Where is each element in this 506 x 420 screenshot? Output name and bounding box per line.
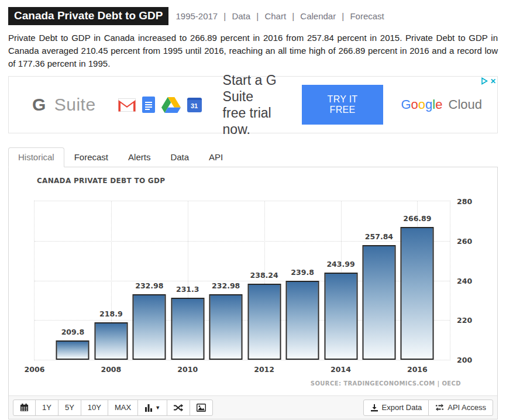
bar[interactable] (362, 245, 395, 360)
ad-banner[interactable]: G Suite 31 Sta (8, 76, 498, 133)
separator: | (342, 11, 344, 21)
api-access-button[interactable]: API Access (428, 400, 493, 416)
chevron-down-icon: ▼ (155, 405, 160, 411)
bar[interactable] (56, 340, 90, 360)
bar[interactable] (133, 294, 166, 360)
x-tick-label: 2016 (407, 365, 428, 374)
x-tick-label: 2012 (254, 365, 274, 374)
bar[interactable] (401, 227, 434, 360)
gsuite-app-icons: 31 (118, 97, 202, 113)
bar-value-label: 231.3 (176, 285, 199, 294)
google-cloud-logo: Google Cloud (401, 97, 482, 112)
google-wordmark: Google (401, 97, 442, 112)
date-range-label: 1995-2017 (175, 11, 218, 21)
adchoices-icon[interactable] (481, 77, 488, 85)
image-icon (197, 404, 206, 412)
range-1y-button[interactable]: 1Y (35, 400, 58, 416)
x-tick-label: 2014 (331, 365, 351, 374)
google-letter: e (435, 97, 442, 112)
calendar-day-label: 31 (191, 102, 198, 109)
google-letter: g (425, 97, 432, 112)
compare-button[interactable] (167, 400, 190, 416)
ad-headline-line1: Start a G Suite (223, 73, 277, 104)
tab-data[interactable]: Data (160, 147, 199, 167)
separator: | (292, 11, 294, 21)
try-it-free-button[interactable]: TRY IT FREE (302, 85, 384, 125)
bar[interactable] (247, 284, 281, 360)
bar-value-label: 232.98 (135, 281, 163, 290)
plot-area: 2002202402602802006200820102012201420162… (34, 201, 450, 360)
chart-toolbar: 1Y 5Y 10Y MAX ▼ (9, 395, 497, 419)
page: Canada Private Debt to GDP 1995-2017 | D… (0, 0, 506, 419)
close-icon[interactable]: ✕ (490, 78, 496, 85)
chart: CANADA PRIVATE DEBT TO GDP 2002202402602… (9, 167, 497, 395)
gsuite-logo-suite: Suite (54, 95, 96, 114)
download-icon (370, 404, 378, 412)
nav-link-calendar[interactable]: Calendar (300, 11, 336, 21)
y-tick-label: 240 (457, 276, 472, 285)
calendar-icon (20, 403, 29, 412)
export-data-button[interactable]: Export Data (363, 400, 429, 416)
drive-icon (161, 97, 181, 113)
gmail-icon (118, 98, 136, 112)
range-5y-button[interactable]: 5Y (58, 400, 81, 416)
y-tick-label: 220 (457, 316, 472, 325)
cloud-wordmark: Cloud (449, 97, 482, 112)
separator: | (223, 11, 226, 21)
bar[interactable] (209, 294, 243, 360)
nav-link-data[interactable]: Data (232, 11, 250, 21)
nav-link-forecast[interactable]: Forecast (350, 11, 384, 21)
gsuite-logo: G Suite (32, 95, 96, 115)
tab-historical[interactable]: Historical (8, 147, 64, 167)
y-tick-label: 260 (457, 236, 472, 245)
tab-bar: Historical Forecast Alerts Data API (8, 147, 498, 167)
x-tick-label: 2006 (25, 365, 45, 374)
bar-value-label: 257.84 (365, 232, 393, 241)
bar[interactable] (286, 281, 319, 360)
google-letter: o (418, 97, 425, 112)
bar-value-label: 239.8 (291, 268, 314, 277)
docs-icon (142, 97, 155, 113)
chart-title: CANADA PRIVATE DEBT TO GDP (37, 177, 165, 185)
bar-value-label: 232.98 (212, 281, 240, 290)
page-title: Canada Private Debt to GDP (8, 7, 168, 25)
chart-type-button[interactable]: ▼ (137, 400, 167, 416)
calendar-31-icon: 31 (187, 98, 202, 112)
range-max-button[interactable]: MAX (108, 400, 138, 416)
tab-api[interactable]: API (199, 147, 233, 167)
calendar-button[interactable] (13, 400, 36, 416)
range-10y-button[interactable]: 10Y (81, 400, 108, 416)
bar-value-label: 238.24 (250, 271, 278, 280)
shuffle-icon (174, 404, 183, 412)
source-label: SOURCE: TRADINGECONOMICS.COM | OECD (311, 380, 461, 387)
chart-type-icon (144, 404, 153, 412)
bar-value-label: 209.8 (61, 328, 85, 336)
save-image-button[interactable] (190, 400, 213, 416)
range-button-group: 1Y 5Y 10Y MAX ▼ (13, 400, 213, 416)
ad-controls: ✕ (481, 77, 496, 85)
export-data-label: Export Data (382, 403, 422, 412)
y-tick-label: 200 (457, 356, 472, 364)
bar-value-label: 243.99 (326, 260, 354, 268)
nav-link-chart[interactable]: Chart (264, 11, 286, 21)
summary-paragraph: Private Debt to GDP in Canada increased … (8, 32, 498, 70)
separator: | (256, 11, 259, 21)
bar[interactable] (171, 298, 204, 360)
bar[interactable] (94, 322, 128, 360)
header: Canada Private Debt to GDP 1995-2017 | D… (8, 7, 498, 25)
api-arrows-icon (435, 404, 444, 411)
tab-forecast[interactable]: Forecast (64, 147, 118, 167)
y-tick-label: 280 (457, 197, 472, 206)
breadcrumb: 1995-2017 | Data | Chart | Calendar | Fo… (174, 11, 385, 21)
gsuite-logo-g: G (32, 95, 46, 114)
ad-headline: Start a G Suite free trial now. (223, 72, 302, 137)
api-access-label: API Access (448, 403, 486, 412)
bar-value-label: 266.89 (403, 214, 431, 223)
bar[interactable] (324, 273, 357, 360)
export-button-group: Export Data API Access (363, 400, 493, 416)
google-letter: G (401, 97, 411, 112)
x-tick-label: 2010 (177, 365, 198, 374)
ad-headline-line2: free trial now. (223, 105, 271, 137)
google-letter: o (411, 97, 418, 112)
tab-alerts[interactable]: Alerts (118, 147, 160, 167)
